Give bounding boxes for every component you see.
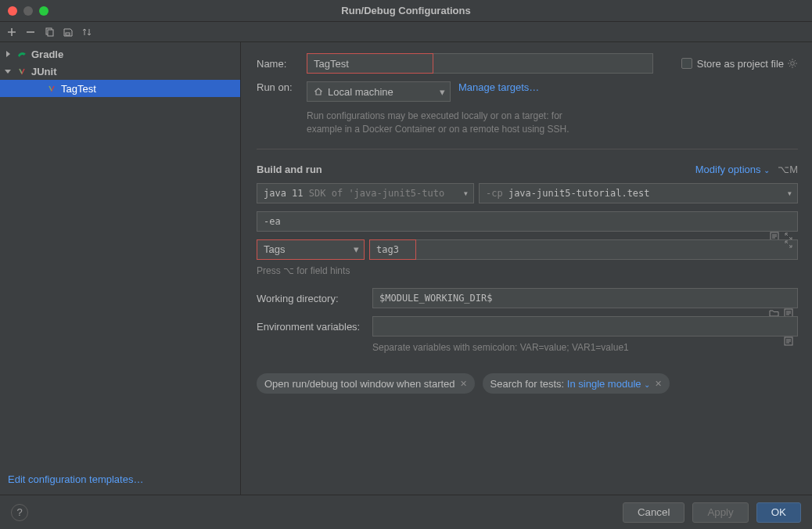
- name-input-ext[interactable]: [433, 53, 653, 74]
- option-chip-open-tool-window[interactable]: Open run/debug tool window when started …: [257, 373, 475, 394]
- run-on-dropdown[interactable]: Local machine ▾: [307, 81, 451, 102]
- name-input[interactable]: [307, 53, 433, 74]
- tree-item-junit[interactable]: JUnit: [0, 63, 240, 80]
- chevron-down-icon: ▾: [463, 188, 469, 199]
- remove-icon[interactable]: [25, 27, 36, 38]
- env-vars-input[interactable]: [372, 316, 798, 336]
- cancel-button[interactable]: Cancel: [623, 502, 685, 523]
- run-on-label: Run on:: [257, 81, 307, 93]
- working-dir-input[interactable]: [372, 288, 798, 308]
- apply-button[interactable]: Apply: [692, 502, 748, 523]
- env-vars-label: Environment variables:: [257, 321, 372, 333]
- edit-templates-link[interactable]: Edit configuration templates…: [8, 473, 143, 485]
- junit-icon: [16, 66, 28, 77]
- titlebar: Run/Debug Configurations: [0, 0, 812, 22]
- test-kind-dropdown[interactable]: Tags ▾: [257, 239, 365, 260]
- test-kind-value: Tags: [264, 243, 285, 255]
- tree-item-label: Gradle: [31, 49, 63, 60]
- config-tree[interactable]: Gradle JUnit TagTest: [0, 42, 240, 467]
- config-editor: Name: Store as project file Run on:: [241, 42, 812, 495]
- edit-env-icon[interactable]: [784, 336, 793, 346]
- home-icon: [314, 87, 323, 96]
- chevron-down-icon: ▾: [354, 243, 359, 255]
- build-and-run-header: Build and run: [257, 164, 322, 175]
- tree-item-tagtest[interactable]: TagTest: [0, 80, 240, 97]
- remove-chip-icon[interactable]: ✕: [655, 379, 662, 389]
- field-hints: Press ⌥ for field hints: [257, 264, 798, 278]
- jdk-dropdown[interactable]: java 11 SDK of 'java-junit5-tuto ▾: [257, 183, 474, 203]
- svg-point-3: [791, 62, 795, 66]
- store-as-project-file-checkbox[interactable]: [681, 58, 692, 69]
- vm-options-input[interactable]: [257, 211, 798, 232]
- manage-targets-link[interactable]: Manage targets…: [458, 81, 539, 102]
- gear-icon[interactable]: [787, 58, 798, 69]
- run-on-hint-2: example in a Docker Container or on a re…: [307, 123, 798, 136]
- tree-item-gradle[interactable]: Gradle: [0, 45, 240, 63]
- config-tree-sidebar: Gradle JUnit TagTest Edit configuration …: [0, 42, 241, 495]
- modify-options-shortcut: ⌥M: [778, 164, 798, 175]
- svg-rect-2: [66, 33, 70, 35]
- expand-icon[interactable]: [784, 239, 793, 249]
- chevron-down-icon: [5, 68, 13, 74]
- copy-icon[interactable]: [44, 27, 55, 38]
- classpath-value: -cp java-junit5-tutorial.test: [486, 188, 650, 199]
- tag-expression-input-ext[interactable]: [416, 239, 798, 260]
- sort-icon[interactable]: [81, 27, 92, 38]
- remove-chip-icon[interactable]: ✕: [460, 379, 467, 389]
- junit-icon: [45, 83, 58, 94]
- gradle-icon: [16, 49, 28, 59]
- name-label: Name:: [257, 58, 307, 70]
- chevron-down-icon: ▾: [440, 86, 445, 98]
- chevron-right-icon: [5, 51, 13, 57]
- env-vars-hint: Separate variables with semicolon: VAR=v…: [372, 341, 798, 354]
- config-toolbar: [0, 22, 812, 42]
- working-dir-label: Working directory:: [257, 293, 372, 304]
- tree-item-label: JUnit: [31, 66, 57, 77]
- run-on-value: Local machine: [328, 86, 393, 98]
- add-icon[interactable]: [6, 27, 17, 38]
- option-chip-search-scope[interactable]: Search for tests: In single module ⌄ ✕: [483, 373, 670, 394]
- tag-expression-input[interactable]: [369, 239, 416, 260]
- chevron-down-icon: ▾: [787, 188, 792, 199]
- help-button[interactable]: ?: [11, 504, 28, 521]
- svg-rect-1: [48, 30, 53, 36]
- classpath-dropdown[interactable]: -cp java-junit5-tutorial.test ▾: [479, 183, 798, 203]
- modify-options-link[interactable]: Modify options ⌄: [695, 164, 770, 175]
- dialog-footer: ? Cancel Apply OK: [0, 495, 812, 529]
- store-as-project-file-label: Store as project file: [697, 58, 784, 70]
- chip-label: Search for tests: In single module ⌄: [490, 378, 651, 390]
- chip-label: Open run/debug tool window when started: [264, 378, 455, 390]
- window-title: Run/Debug Configurations: [0, 5, 812, 16]
- run-on-hint-1: Run configurations may be executed local…: [307, 110, 798, 123]
- ok-button[interactable]: OK: [756, 502, 801, 523]
- save-template-icon[interactable]: [63, 27, 74, 38]
- tree-item-label: TagTest: [61, 83, 96, 95]
- jdk-value: java 11 SDK of 'java-junit5-tuto: [264, 188, 444, 199]
